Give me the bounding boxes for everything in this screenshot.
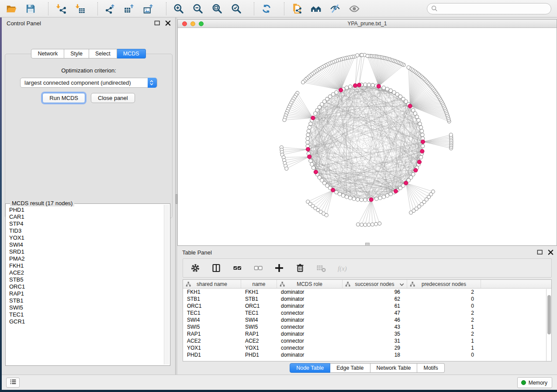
mcds-result-list[interactable]: PHD1CAR1STP4TID3YOX1SWI4SRD1PMA2FKH1ACE2…	[7, 206, 163, 364]
table-row[interactable]: SWI5SWI5connector431	[183, 323, 551, 330]
show-all-button[interactable]	[347, 2, 361, 16]
mcds-result-item[interactable]: GCR1	[9, 318, 160, 325]
export-table-button[interactable]	[122, 2, 136, 16]
table-row[interactable]: FKH1FKH1dominator962	[183, 289, 551, 296]
table-row[interactable]: YOX1YOX1connector291	[183, 344, 551, 351]
criterion-dropdown[interactable]: largest connected component (undirected)	[20, 78, 157, 88]
tab-motifs[interactable]: Motifs	[417, 363, 444, 373]
export-network-button[interactable]	[103, 2, 117, 16]
add-column-button[interactable]	[272, 261, 286, 275]
save-session-button[interactable]	[24, 2, 38, 16]
cell-successor-nodes: 61	[343, 303, 407, 309]
horizontal-splitter-grip[interactable]	[365, 243, 370, 246]
mcds-result-item[interactable]: CAR1	[9, 213, 160, 220]
cell-MCDS-role: dominator	[277, 303, 343, 309]
float-panel-icon[interactable]	[153, 19, 161, 27]
window-close-icon[interactable]	[182, 21, 187, 26]
mcds-result-item[interactable]: RAP1	[9, 290, 160, 297]
run-mcds-button[interactable]: Run MCDS	[42, 93, 85, 103]
table-scrollbar[interactable]	[546, 289, 551, 361]
column-header-successor-nodes[interactable]: successor nodes	[343, 280, 407, 288]
dropdown-stepper-icon	[148, 78, 157, 88]
search-input[interactable]	[438, 6, 551, 12]
tab-select[interactable]: Select	[89, 49, 117, 58]
memory-label: Memory	[529, 380, 547, 386]
close-panel-icon[interactable]	[164, 19, 172, 27]
close-table-panel-icon[interactable]	[547, 248, 554, 256]
node-table-body: FKH1FKH1dominator962STB1STB1dominator620…	[183, 289, 551, 358]
column-header-shared-name[interactable]: shared name	[183, 280, 241, 288]
network-window-titlebar[interactable]: YPA_prune.txt_1	[178, 20, 557, 28]
zoom-in-button[interactable]	[172, 2, 186, 16]
table-toolbar: f(x)	[183, 258, 552, 278]
column-header-predecessor-nodes[interactable]: predecessor nodes	[407, 280, 481, 288]
tab-node-table[interactable]: Node Table	[290, 363, 330, 373]
table-row[interactable]: PHD1PHD1dominator180	[183, 351, 551, 358]
cell-MCDS-role: dominator	[277, 316, 343, 323]
table-row[interactable]: ACE2ACE2connector311	[183, 337, 551, 344]
cell-name: RAP1	[241, 330, 277, 337]
table-panel-title: Table Panel	[182, 249, 212, 256]
mcds-result-item[interactable]: PHD1	[9, 206, 160, 213]
cell-name: ACE2	[241, 337, 277, 344]
search-box[interactable]	[427, 3, 551, 14]
cell-MCDS-role: connector	[277, 323, 343, 330]
table-settings-button[interactable]	[188, 261, 202, 275]
cell-shared-name: RAP1	[183, 330, 241, 337]
mcds-result-item[interactable]: STP4	[9, 220, 160, 227]
mcds-result-item[interactable]: FKH1	[9, 262, 160, 269]
import-network-button[interactable]	[54, 2, 68, 16]
network-graph[interactable]	[178, 28, 557, 245]
column-header-MCDS-role[interactable]: MCDS role	[277, 280, 343, 288]
table-row[interactable]: SWI4SWI4dominator462	[183, 316, 551, 323]
tab-network[interactable]: Network	[31, 49, 64, 58]
float-table-panel-icon[interactable]	[536, 248, 543, 256]
status-bar: Memory	[2, 375, 557, 390]
window-minimize-icon[interactable]	[190, 21, 195, 26]
export-image-button[interactable]	[142, 2, 156, 16]
hide-selected-button[interactable]	[328, 2, 342, 16]
window-maximize-icon[interactable]	[199, 21, 204, 26]
mcds-result-item[interactable]: ORC1	[9, 283, 160, 290]
deselect-all-columns-button[interactable]	[251, 261, 265, 275]
table-row[interactable]: RAP1RAP1dominator352	[183, 330, 551, 337]
zoom-out-button[interactable]	[191, 2, 205, 16]
zoom-selected-button[interactable]	[229, 2, 243, 16]
apply-layout-button[interactable]	[259, 2, 273, 16]
mcds-result-scrollbar[interactable]	[164, 205, 169, 364]
task-history-button[interactable]	[6, 378, 20, 388]
mcds-result-item[interactable]: SWI4	[9, 241, 160, 248]
mcds-result-item[interactable]: TID3	[9, 227, 160, 234]
column-header-name[interactable]: name	[241, 280, 277, 288]
mcds-result-item[interactable]: PMA2	[9, 255, 160, 262]
cell-MCDS-role: connector	[277, 337, 343, 344]
first-neighbors-button[interactable]	[309, 2, 323, 16]
table-row[interactable]: STB1STB1dominator620	[183, 296, 551, 303]
mcds-result-item[interactable]: STB5	[9, 276, 160, 283]
mcds-result-item[interactable]: ACE2	[9, 269, 160, 276]
tab-network-table[interactable]: Network Table	[370, 363, 418, 373]
close-panel-button[interactable]: Close panel	[91, 93, 135, 103]
delete-column-button[interactable]	[293, 261, 307, 275]
tree-icon	[186, 282, 191, 287]
mcds-result-item[interactable]: SWI5	[9, 304, 160, 311]
tab-edge-table[interactable]: Edge Table	[330, 363, 370, 373]
select-all-columns-button[interactable]	[230, 261, 244, 275]
mcds-result-item[interactable]: STB1	[9, 297, 160, 304]
mcds-result-item[interactable]: YOX1	[9, 234, 160, 241]
mcds-result-item[interactable]: SRD1	[9, 248, 160, 255]
new-network-from-selection-button[interactable]	[290, 2, 304, 16]
mcds-result-item[interactable]: TEC1	[9, 311, 160, 318]
toggle-columns-button[interactable]	[209, 261, 223, 275]
network-canvas[interactable]	[178, 28, 557, 245]
import-table-button[interactable]	[73, 2, 87, 16]
open-file-button[interactable]	[4, 2, 18, 16]
zoom-fit-button[interactable]	[210, 2, 224, 16]
tab-mcds[interactable]: MCDS	[117, 49, 146, 58]
network-view-window: YPA_prune.txt_1	[177, 19, 557, 246]
table-row[interactable]: TEC1TEC1connector472	[183, 309, 551, 316]
tab-style[interactable]: Style	[64, 49, 89, 58]
table-scrollbar-thumb[interactable]	[547, 295, 551, 334]
table-row[interactable]: ORC1ORC1dominator610	[183, 303, 551, 309]
memory-button[interactable]: Memory	[517, 377, 552, 388]
